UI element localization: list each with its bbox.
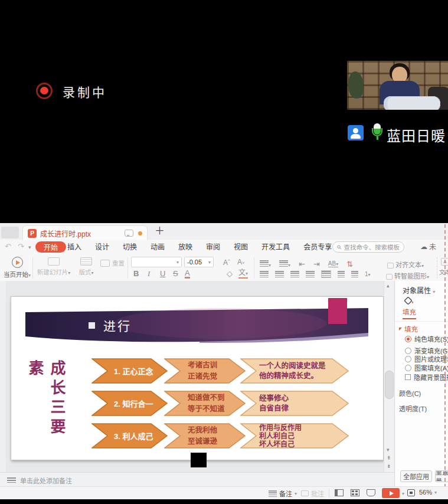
chevron-step-1[interactable]: 1. 正心正念 <box>91 358 168 384</box>
line-spacing-b-button[interactable] <box>351 271 358 277</box>
reset-background-button[interactable]: 重置背景 <box>435 470 448 482</box>
chevron-middle-1[interactable]: 考诸古训 正诸先觉 <box>164 358 246 384</box>
clear-format-button[interactable]: ◇ <box>227 269 233 278</box>
chevron-step-2[interactable]: 2. 知行合一 <box>91 391 168 416</box>
chevron-right-3[interactable]: 作用与反作用 利人利自己 坏人坏自己 <box>240 423 349 449</box>
solid-fill-radio[interactable]: 纯色填充(S) <box>405 334 448 343</box>
notes-toggle-button[interactable]: 备注 ▾ <box>269 489 297 498</box>
font-family-select[interactable]: ▾ <box>131 257 182 267</box>
color-label: 颜色(C) <box>399 388 421 398</box>
strikethrough-button[interactable]: S <box>173 269 178 278</box>
checkbox-icon <box>405 374 411 380</box>
scroll-down-icon[interactable]: ▾ <box>387 447 390 453</box>
comments-button[interactable]: 批注 <box>301 489 324 498</box>
increase-font-button[interactable]: A^ <box>223 258 230 267</box>
reading-view-icon[interactable] <box>367 489 375 496</box>
underline-button[interactable]: U <box>160 269 165 278</box>
picture-fill-radio[interactable]: 图片或纹理填充 <box>405 354 448 364</box>
radio-icon <box>405 356 411 362</box>
align-right-button[interactable] <box>290 271 299 277</box>
tab-insert[interactable]: 插入 <box>67 241 81 251</box>
document-tab[interactable]: P 成长进行时.pptx <box>22 225 148 240</box>
scrollbar-thumb[interactable] <box>385 371 394 399</box>
quick-access-caret-icon[interactable]: ▾ <box>28 244 31 250</box>
tab-slideshow[interactable]: 放映 <box>178 241 192 251</box>
line-sort-button[interactable]: ⇅ <box>346 260 353 269</box>
undo-icon[interactable]: ↶ <box>5 242 11 251</box>
fill-tab[interactable]: 填充 <box>403 307 416 319</box>
tab-review[interactable]: 审阅 <box>206 241 220 251</box>
tab-animation[interactable]: 动画 <box>151 241 165 251</box>
fit-slide-icon[interactable] <box>407 489 415 496</box>
pattern-fill-radio[interactable]: 图案填充(A) <box>405 363 448 372</box>
cloud-icon: ☁ <box>420 243 427 251</box>
window-home-button[interactable] <box>1 227 19 238</box>
tab-member[interactable]: 会员专享 <box>303 241 332 251</box>
increase-indent-button[interactable]: ⇥ <box>313 260 320 269</box>
align-center-button[interactable] <box>275 271 284 277</box>
text-box-button[interactable]: A 文本框 <box>439 258 448 276</box>
bold-button[interactable]: B <box>133 269 139 278</box>
align-left-button[interactable] <box>260 271 269 277</box>
start-from-current-button[interactable]: 当页开始▾ <box>4 257 31 279</box>
chevron-middle-3[interactable]: 无我利他 至诚谦逊 <box>164 423 246 449</box>
chat-bubble-icon[interactable] <box>125 230 133 237</box>
smart-graphic-button[interactable]: 转智能图形▾ <box>386 271 429 280</box>
bullet-list-button[interactable]: ▾ <box>260 258 271 269</box>
redo-icon[interactable]: ↷ <box>18 242 24 251</box>
font-color-button[interactable]: A <box>185 269 190 279</box>
decrease-font-button[interactable]: A˅ <box>237 258 245 266</box>
justify-button[interactable] <box>306 271 315 277</box>
character-spacing-button[interactable]: AB▾ <box>328 260 338 267</box>
webcam-video <box>347 61 448 110</box>
chevron-down-icon: ▾ <box>295 491 297 496</box>
new-slide-icon <box>48 257 60 266</box>
font-size-select[interactable]: -0.05 ▾ <box>184 257 214 267</box>
cloud-sync-status[interactable]: ☁ 未 <box>420 241 436 251</box>
slide-sorter-icon[interactable] <box>351 489 359 496</box>
text-tool-button[interactable]: 文▾ <box>238 269 248 279</box>
line-spacing-menu-button[interactable]: 1▾ <box>365 271 371 277</box>
italic-button[interactable]: I <box>148 269 150 279</box>
tab-view[interactable]: 视图 <box>234 241 248 251</box>
normal-view-icon[interactable] <box>335 489 344 496</box>
chevron-middle-2[interactable]: 知道做不到 等于不知道 <box>164 391 246 416</box>
plant-decoration <box>348 71 364 99</box>
play-options-caret-icon[interactable]: ▾ <box>402 491 404 496</box>
person-head-icon <box>353 128 358 133</box>
tab-devtools[interactable]: 开发工具 <box>261 241 290 251</box>
distribute-button[interactable] <box>321 270 331 278</box>
tab-transition[interactable]: 切换 <box>123 241 137 251</box>
title-banner-shape[interactable] <box>25 307 368 344</box>
hide-background-checkbox[interactable]: 隐藏背景图形 <box>405 372 448 382</box>
magenta-rectangle-shape[interactable] <box>328 298 347 324</box>
layout-button[interactable]: 版式▾ <box>74 257 98 276</box>
new-slide-button[interactable]: 新建幻灯片▾ <box>35 257 72 276</box>
chevron-right-1[interactable]: 一个人的阅读史就是 他的精神成长史。 <box>240 358 349 384</box>
search-icon <box>337 244 342 250</box>
apply-all-button[interactable]: 全部应用 <box>400 470 432 482</box>
slide-title[interactable]: 进行 <box>89 316 132 334</box>
notes-placeholder[interactable]: 单击此处添加备注 <box>20 476 72 485</box>
play-slideshow-button[interactable] <box>382 488 400 498</box>
command-search-input[interactable]: 查找命令、搜索模板 <box>332 241 404 253</box>
numbered-list-button[interactable]: ▾ <box>279 258 290 269</box>
line-spacing-a-button[interactable] <box>338 271 345 277</box>
next-slide-icon[interactable]: ⇟ <box>387 463 391 469</box>
tab-design[interactable]: 设计 <box>95 241 109 251</box>
chevron-step-3[interactable]: 3. 利人成己 <box>91 423 168 449</box>
tab-home[interactable]: 开始 <box>35 241 66 253</box>
previous-slide-icon[interactable]: ⇞ <box>387 455 391 461</box>
align-text-button[interactable]: 对齐文本▾ <box>387 260 424 269</box>
reset-button[interactable]: 重置 <box>100 258 125 267</box>
decrease-indent-button[interactable]: ⇤ <box>299 260 305 269</box>
fill-section-header[interactable]: 填充 <box>399 324 418 333</box>
recording-region-border <box>444 224 446 499</box>
reset-icon <box>100 260 110 267</box>
scroll-up-icon[interactable]: ▴ <box>387 283 390 289</box>
new-tab-button[interactable]: ＋ <box>155 226 165 236</box>
zoom-control[interactable]: 56% ▾ <box>419 489 437 496</box>
chevron-right-2[interactable]: 经事修心 自省自律 <box>240 391 349 416</box>
side-vertical-title[interactable]: 成长三要素 <box>47 360 67 453</box>
section-collapse-icon <box>399 328 402 330</box>
